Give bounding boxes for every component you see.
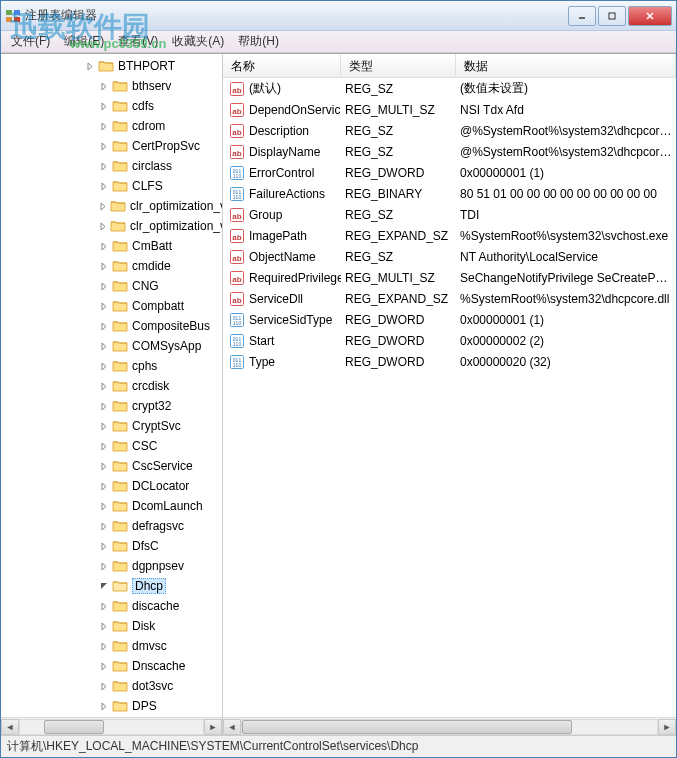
tree-node[interactable]: DcomLaunch bbox=[1, 496, 222, 516]
tree-node[interactable]: DCLocator bbox=[1, 476, 222, 496]
scroll-left-button[interactable]: ◄ bbox=[223, 719, 241, 735]
list-row[interactable]: 011110ErrorControl REG_DWORD 0x00000001 … bbox=[223, 162, 676, 183]
list-row[interactable]: abGroup REG_SZ TDI bbox=[223, 204, 676, 225]
list-row[interactable]: abObjectName REG_SZ NT Authority\LocalSe… bbox=[223, 246, 676, 267]
list-row[interactable]: abDescription REG_SZ @%SystemRoot%\syste… bbox=[223, 120, 676, 141]
expand-icon[interactable] bbox=[99, 81, 110, 92]
tree-node[interactable]: CscService bbox=[1, 456, 222, 476]
list-row[interactable]: 011110ServiceSidType REG_DWORD 0x0000000… bbox=[223, 309, 676, 330]
col-header-name[interactable]: 名称 bbox=[223, 54, 341, 77]
expand-icon[interactable] bbox=[99, 641, 110, 652]
close-button[interactable] bbox=[628, 6, 672, 26]
expand-icon[interactable] bbox=[99, 421, 110, 432]
tree-node[interactable]: cmdide bbox=[1, 256, 222, 276]
menu-edit[interactable]: 编辑(E) bbox=[58, 31, 110, 52]
scroll-thumb[interactable] bbox=[44, 720, 104, 734]
expand-icon[interactable] bbox=[99, 281, 110, 292]
col-header-data[interactable]: 数据 bbox=[456, 54, 676, 77]
expand-icon[interactable] bbox=[99, 561, 110, 572]
expand-icon[interactable] bbox=[99, 361, 110, 372]
expand-icon[interactable] bbox=[99, 101, 110, 112]
expand-icon[interactable] bbox=[99, 621, 110, 632]
list-row[interactable]: 011110Start REG_DWORD 0x00000002 (2) bbox=[223, 330, 676, 351]
tree-node[interactable]: CSC bbox=[1, 436, 222, 456]
tree-node[interactable]: cdrom bbox=[1, 116, 222, 136]
tree-node[interactable]: BTHPORT bbox=[1, 56, 222, 76]
tree-node[interactable]: crypt32 bbox=[1, 396, 222, 416]
expand-icon[interactable] bbox=[99, 501, 110, 512]
tree-node[interactable]: dmvsc bbox=[1, 636, 222, 656]
tree-node[interactable]: Disk bbox=[1, 616, 222, 636]
menu-file[interactable]: 文件(F) bbox=[5, 31, 56, 52]
tree-node[interactable]: CLFS bbox=[1, 176, 222, 196]
scroll-track[interactable] bbox=[19, 719, 204, 735]
expand-icon[interactable] bbox=[99, 121, 110, 132]
minimize-button[interactable] bbox=[568, 6, 596, 26]
expand-icon[interactable] bbox=[99, 161, 110, 172]
expand-icon[interactable] bbox=[99, 301, 110, 312]
menu-help[interactable]: 帮助(H) bbox=[232, 31, 285, 52]
col-header-type[interactable]: 类型 bbox=[341, 54, 456, 77]
scroll-right-button[interactable]: ► bbox=[658, 719, 676, 735]
expand-icon[interactable] bbox=[99, 401, 110, 412]
tree-node[interactable]: discache bbox=[1, 596, 222, 616]
scroll-track[interactable] bbox=[241, 719, 658, 735]
tree-node[interactable]: defragsvc bbox=[1, 516, 222, 536]
list-row[interactable]: abDisplayName REG_SZ @%SystemRoot%\syste… bbox=[223, 141, 676, 162]
tree-body[interactable]: BTHPORTbthservcdfscdromCertPropSvccircla… bbox=[1, 54, 222, 717]
expand-icon[interactable] bbox=[99, 661, 110, 672]
list-row[interactable]: ab(默认) REG_SZ (数值未设置) bbox=[223, 78, 676, 99]
menu-favorites[interactable]: 收藏夹(A) bbox=[166, 31, 230, 52]
expand-icon[interactable] bbox=[99, 241, 110, 252]
tree-node[interactable]: DPS bbox=[1, 696, 222, 716]
tree-node[interactable]: cdfs bbox=[1, 96, 222, 116]
expand-icon[interactable] bbox=[99, 681, 110, 692]
tree-node[interactable]: CryptSvc bbox=[1, 416, 222, 436]
tree-node[interactable]: cphs bbox=[1, 356, 222, 376]
tree-node[interactable]: clr_optimization_v2.0.50727_32 bbox=[1, 196, 222, 216]
tree-node[interactable]: bthserv bbox=[1, 76, 222, 96]
expand-icon[interactable] bbox=[99, 521, 110, 532]
scroll-left-button[interactable]: ◄ bbox=[1, 719, 19, 735]
expand-icon[interactable] bbox=[99, 221, 108, 232]
expand-icon[interactable] bbox=[99, 441, 110, 452]
expand-icon[interactable] bbox=[99, 321, 110, 332]
tree-node[interactable]: Compbatt bbox=[1, 296, 222, 316]
list-row[interactable]: abImagePath REG_EXPAND_SZ %SystemRoot%\s… bbox=[223, 225, 676, 246]
tree-node[interactable]: CertPropSvc bbox=[1, 136, 222, 156]
tree-node[interactable]: dot3svc bbox=[1, 676, 222, 696]
expand-icon[interactable] bbox=[99, 601, 110, 612]
expand-icon[interactable] bbox=[99, 581, 110, 592]
list-hscroll[interactable]: ◄ ► bbox=[223, 717, 676, 735]
list-row[interactable]: abDependOnService REG_MULTI_SZ NSI Tdx A… bbox=[223, 99, 676, 120]
tree-hscroll[interactable]: ◄ ► bbox=[1, 717, 222, 735]
list-row[interactable]: abRequiredPrivileges REG_MULTI_SZ SeChan… bbox=[223, 267, 676, 288]
titlebar[interactable]: 注册表编辑器 bbox=[1, 1, 676, 31]
list-row[interactable]: 011110Type REG_DWORD 0x00000020 (32) bbox=[223, 351, 676, 372]
expand-icon[interactable] bbox=[99, 201, 108, 212]
expand-icon[interactable] bbox=[99, 181, 110, 192]
expand-icon[interactable] bbox=[99, 381, 110, 392]
expand-icon[interactable] bbox=[99, 261, 110, 272]
tree-node[interactable]: CompositeBus bbox=[1, 316, 222, 336]
expand-icon[interactable] bbox=[99, 341, 110, 352]
list-row[interactable]: abServiceDll REG_EXPAND_SZ %SystemRoot%\… bbox=[223, 288, 676, 309]
menu-view[interactable]: 查看(V) bbox=[112, 31, 164, 52]
tree-node[interactable]: CmBatt bbox=[1, 236, 222, 256]
expand-icon[interactable] bbox=[99, 461, 110, 472]
tree-node[interactable]: Dhcp bbox=[1, 576, 222, 596]
tree-node[interactable]: Dnscache bbox=[1, 656, 222, 676]
maximize-button[interactable] bbox=[598, 6, 626, 26]
scroll-right-button[interactable]: ► bbox=[204, 719, 222, 735]
tree-node[interactable]: COMSysApp bbox=[1, 336, 222, 356]
list-body[interactable]: ab(默认) REG_SZ (数值未设置) abDependOnService … bbox=[223, 78, 676, 717]
tree-node[interactable]: DfsC bbox=[1, 536, 222, 556]
list-row[interactable]: 011110FailureActions REG_BINARY 80 51 01… bbox=[223, 183, 676, 204]
expand-icon[interactable] bbox=[99, 701, 110, 712]
expand-icon[interactable] bbox=[85, 61, 96, 72]
expand-icon[interactable] bbox=[99, 541, 110, 552]
tree-node[interactable]: dgpnpsev bbox=[1, 556, 222, 576]
expand-icon[interactable] bbox=[99, 141, 110, 152]
tree-node[interactable]: circlass bbox=[1, 156, 222, 176]
scroll-thumb[interactable] bbox=[242, 720, 572, 734]
